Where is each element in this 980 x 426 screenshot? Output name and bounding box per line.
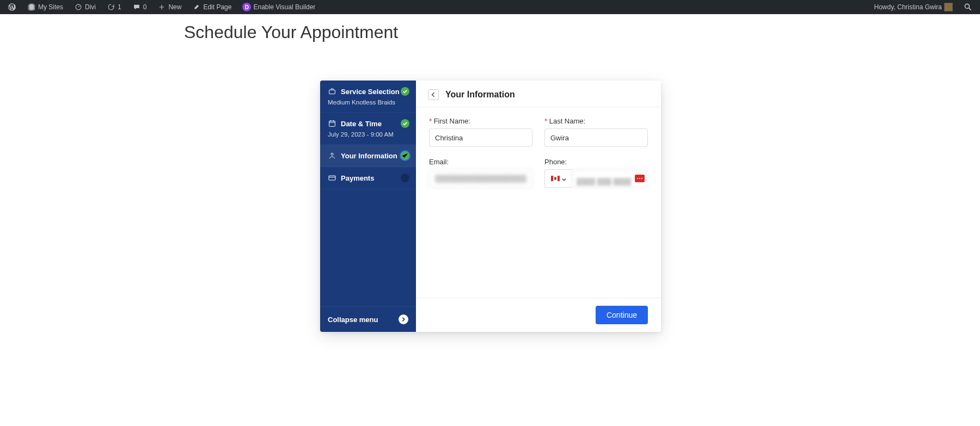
first-name-field: * First Name: xyxy=(429,117,532,147)
email-label: Email: xyxy=(429,158,532,166)
first-name-input[interactable] xyxy=(429,128,532,147)
svg-rect-5 xyxy=(329,176,335,180)
my-sites-link[interactable]: My Sites xyxy=(24,0,66,14)
visual-builder-text: Enable Visual Builder xyxy=(253,3,315,11)
updates-count: 1 xyxy=(118,3,121,11)
step-title: Date & Time xyxy=(341,120,382,128)
phone-country-select[interactable] xyxy=(544,169,572,188)
canada-flag-icon xyxy=(551,176,560,181)
step-title: Your Information xyxy=(341,152,397,160)
my-sites-text: My Sites xyxy=(38,3,63,11)
edit-page-text: Edit Page xyxy=(203,3,231,11)
email-input[interactable] xyxy=(429,169,532,188)
step-your-information[interactable]: Your Information xyxy=(320,145,416,167)
user-account-link[interactable]: Howdy, Christina Gwira xyxy=(871,0,956,14)
site-name-text: Divi xyxy=(85,3,96,11)
email-field: Email: xyxy=(429,158,532,188)
chevron-down-icon xyxy=(562,174,566,183)
phone-label: Phone: xyxy=(544,158,648,166)
first-name-label: * First Name: xyxy=(429,117,532,125)
visual-builder-link[interactable]: D Enable Visual Builder xyxy=(239,0,318,14)
calendar-icon xyxy=(328,119,336,128)
updates-link[interactable]: 1 xyxy=(103,0,125,14)
wp-logo[interactable] xyxy=(4,0,20,14)
card-icon xyxy=(328,174,336,182)
booking-widget: Service Selection Medium Knotless Braids… xyxy=(320,81,661,332)
briefcase-icon xyxy=(328,87,336,96)
step-title: Payments xyxy=(341,174,374,182)
comment-icon xyxy=(132,3,141,11)
booking-sidebar: Service Selection Medium Knotless Braids… xyxy=(320,81,416,332)
page-title: Schedule Your Appointment xyxy=(184,22,980,42)
collapse-menu-button[interactable]: Collapse menu xyxy=(320,306,416,332)
person-icon xyxy=(328,151,336,160)
booking-main: Your Information * First Name: * Last Na… xyxy=(416,81,661,332)
chevron-left-icon xyxy=(431,92,436,97)
arrow-right-icon xyxy=(399,314,408,324)
new-content-text: New xyxy=(168,3,181,11)
step-subtitle: Medium Knotless Braids xyxy=(328,99,408,106)
pending-status-icon xyxy=(401,174,409,182)
adminbar-left: My Sites Divi 1 0 New xyxy=(4,0,318,14)
main-title: Your Information xyxy=(445,90,515,100)
wordpress-icon xyxy=(8,3,16,11)
new-content-link[interactable]: New xyxy=(154,0,185,14)
wp-admin-bar: My Sites Divi 1 0 New xyxy=(0,0,980,14)
last-name-label: * Last Name: xyxy=(544,117,648,125)
last-name-field: * Last Name: xyxy=(544,117,648,147)
contact-row: Email: Phone: Enter phone xyxy=(429,158,648,188)
form-body: * First Name: * Last Name: Email: Phone: xyxy=(416,107,661,298)
step-payments[interactable]: Payments xyxy=(320,167,416,189)
main-header: Your Information xyxy=(416,81,661,107)
svg-rect-3 xyxy=(329,121,335,126)
main-footer: Continue xyxy=(416,298,661,332)
check-icon xyxy=(401,119,409,128)
phone-input-group: Enter phone xyxy=(544,169,648,188)
plus-icon xyxy=(157,3,166,11)
dashboard-icon xyxy=(74,3,83,11)
last-name-input[interactable] xyxy=(544,128,648,147)
svg-point-1 xyxy=(965,4,969,8)
multisite-icon xyxy=(27,3,36,11)
pencil-icon xyxy=(192,3,201,11)
updates-icon xyxy=(107,3,115,11)
svg-point-4 xyxy=(331,153,333,155)
check-icon xyxy=(401,151,409,160)
howdy-text: Howdy, Christina Gwira xyxy=(874,3,942,11)
phone-field: Phone: Enter phone xyxy=(544,158,648,188)
back-button[interactable] xyxy=(428,89,439,100)
check-icon xyxy=(401,87,409,96)
collapse-menu-label: Collapse menu xyxy=(328,316,378,324)
comments-count: 0 xyxy=(143,3,147,11)
adminbar-right: Howdy, Christina Gwira xyxy=(871,0,976,14)
search-toggle[interactable] xyxy=(960,0,976,14)
step-service-selection[interactable]: Service Selection Medium Knotless Braids xyxy=(320,81,416,113)
search-icon xyxy=(964,3,972,11)
edit-page-link[interactable]: Edit Page xyxy=(189,0,235,14)
comments-link[interactable]: 0 xyxy=(129,0,150,14)
divi-icon: D xyxy=(242,3,251,11)
name-row: * First Name: * Last Name: xyxy=(429,117,648,147)
site-name-link[interactable]: Divi xyxy=(71,0,99,14)
avatar xyxy=(944,3,953,11)
step-title: Service Selection xyxy=(341,88,400,96)
step-date-time[interactable]: Date & Time July 29, 2023 - 9:00 AM xyxy=(320,113,416,145)
lastpass-icon[interactable] xyxy=(635,175,645,182)
continue-button[interactable]: Continue xyxy=(596,306,648,324)
svg-rect-2 xyxy=(329,90,335,94)
step-subtitle: July 29, 2023 - 9:00 AM xyxy=(328,131,408,138)
